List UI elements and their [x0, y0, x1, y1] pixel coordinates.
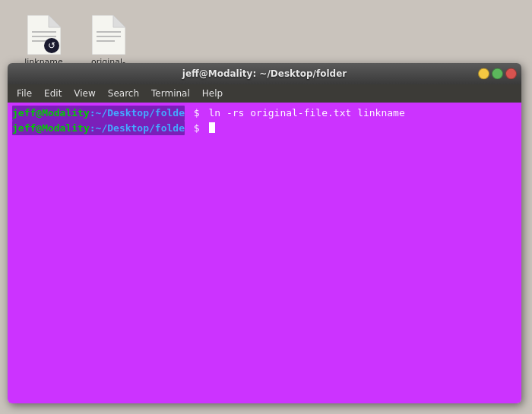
- menu-file[interactable]: File: [11, 87, 38, 100]
- svg-marker-1: [49, 15, 61, 27]
- terminal-line-2: jeff@Modality:~/Desktop/folde $: [12, 121, 517, 136]
- cmd-1: ln -rs original-file.txt linkname: [203, 106, 405, 121]
- window-controls: [478, 68, 517, 80]
- prompt-2-dollar: $: [188, 121, 200, 136]
- menu-help[interactable]: Help: [196, 87, 229, 100]
- svg-text:↺: ↺: [48, 40, 55, 51]
- terminal-title: jeff@Modality: ~/Desktop/folder: [182, 68, 347, 79]
- prompt-1-user: jeff@Modality:~/Desktop/folde: [12, 106, 185, 121]
- prompt-1-dollar: $: [188, 106, 200, 121]
- minimize-button[interactable]: [478, 68, 489, 80]
- original-file-icon-image: [90, 14, 127, 55]
- close-button[interactable]: [505, 68, 517, 80]
- linkname-icon-image: ↺: [26, 14, 62, 55]
- terminal-content[interactable]: jeff@Modality:~/Desktop/folde $ ln -rs o…: [8, 103, 521, 403]
- maximize-button[interactable]: [492, 68, 503, 80]
- svg-marker-7: [92, 15, 125, 55]
- menu-terminal[interactable]: Terminal: [145, 87, 196, 100]
- menu-bar: File Edit View Search Terminal Help: [8, 84, 521, 103]
- menu-search[interactable]: Search: [102, 87, 145, 100]
- desktop: ↺ linkname original-file.txt: [0, 0, 532, 414]
- svg-marker-8: [113, 15, 125, 27]
- title-bar: jeff@Modality: ~/Desktop/folder: [8, 63, 521, 84]
- terminal-cursor: [209, 122, 215, 133]
- cmd-2: [203, 121, 209, 136]
- menu-view[interactable]: View: [68, 87, 101, 100]
- menu-edit[interactable]: Edit: [38, 87, 68, 100]
- terminal-line-1: jeff@Modality:~/Desktop/folde $ ln -rs o…: [12, 106, 517, 121]
- prompt-2-user: jeff@Modality:~/Desktop/folde: [12, 121, 185, 136]
- terminal-window: jeff@Modality: ~/Desktop/folder File Edi…: [8, 63, 521, 403]
